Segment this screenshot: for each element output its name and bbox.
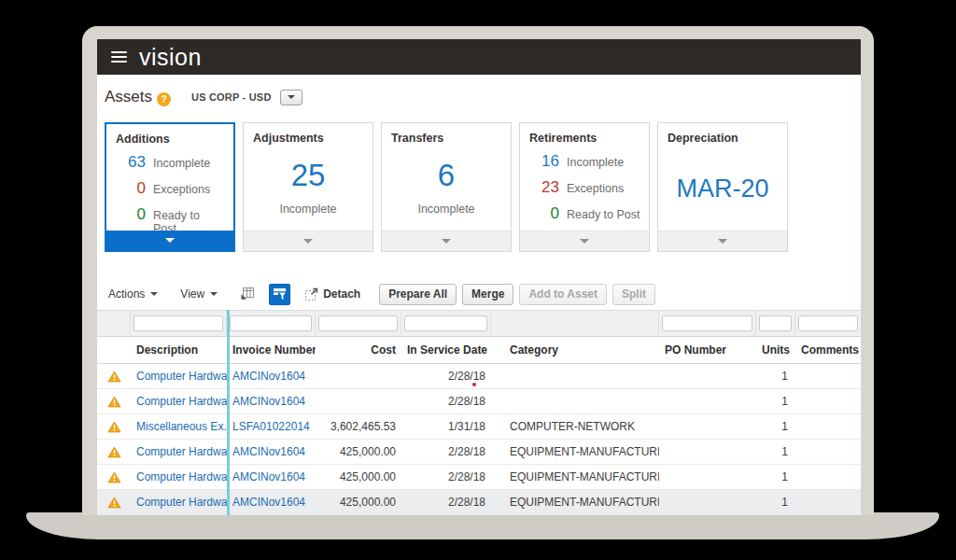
infotile-expander[interactable] <box>658 231 787 251</box>
warning-icon <box>107 396 121 408</box>
cell-po <box>659 389 756 413</box>
column-header-in_service[interactable]: In Service Date <box>401 343 491 357</box>
cell-invoice[interactable]: AMCINov1604 <box>227 490 316 514</box>
infotile-adjustments[interactable]: Adjustments25Incomplete <box>243 122 373 252</box>
cell-in_service: 2/28/18 <box>401 490 491 514</box>
table-row[interactable]: Computer HardwareAMCINov1604425,000.002/… <box>97 490 861 515</box>
stat-value: 0 <box>114 179 146 198</box>
table-row[interactable]: Computer HardwareAMCINov16042/28/181 <box>97 364 861 389</box>
detach-button[interactable]: Detach <box>304 287 360 301</box>
cell-category <box>491 364 659 388</box>
cell-invoice[interactable]: AMCINov1604 <box>227 465 316 489</box>
infotile-title: Depreciation <box>658 123 787 145</box>
cell-comments <box>795 389 861 413</box>
cell-description[interactable]: Miscellaneous Ex... <box>131 414 227 439</box>
filter-comments-input[interactable] <box>798 315 858 331</box>
menu-label: Actions <box>108 287 145 301</box>
column-header-description[interactable]: Description <box>131 343 227 357</box>
cell-invoice[interactable]: AMCINov1604 <box>227 364 316 388</box>
filter-invoice-input[interactable] <box>230 315 312 331</box>
hamburger-menu-icon[interactable] <box>111 49 127 65</box>
cell-invoice[interactable]: AMCINov1604 <box>227 440 316 464</box>
app-logo: vision <box>139 40 202 74</box>
cell-category: COMPUTER-NETWORK <box>491 414 659 439</box>
infotile-stat-row: 16Incomplete <box>520 152 649 171</box>
infotile-additions[interactable]: Additions63Incomplete0Exceptions0Ready t… <box>105 122 235 252</box>
table-row[interactable]: Computer HardwareAMCINov1604425,000.002/… <box>97 440 861 465</box>
table-row[interactable]: Miscellaneous Ex...LSFA010220143,602,465… <box>97 414 861 440</box>
cell-description[interactable]: Computer Hardware <box>131 389 227 413</box>
column-header-units[interactable]: Units <box>756 343 795 357</box>
filter-cost-input[interactable] <box>318 315 398 331</box>
filter-cell-description <box>131 311 227 336</box>
cell-in_service: 1/31/18 <box>401 414 491 439</box>
table-row[interactable]: Computer HardwareAMCINov1604425,000.002/… <box>97 465 861 490</box>
toolbar-menu-view[interactable]: View <box>180 287 218 301</box>
column-header-invoice[interactable]: Invoice Number <box>227 343 316 357</box>
infotile-depreciation[interactable]: DepreciationMAR-20 <box>657 122 788 252</box>
infotile-expander[interactable] <box>520 231 649 251</box>
cell-in_service: 2/28/18 <box>401 364 491 388</box>
column-header-category[interactable]: Category <box>491 343 659 357</box>
warning-icon <box>107 446 121 458</box>
cell-description[interactable]: Computer Hardware <box>131 465 227 489</box>
infotile-retirements[interactable]: Retirements16Incomplete23Exceptions0Read… <box>519 122 650 252</box>
filter-cell-cost <box>316 311 401 336</box>
cell-units: 1 <box>756 364 795 388</box>
filter-in_service-input[interactable] <box>404 315 487 331</box>
infotile-expander[interactable] <box>382 231 511 251</box>
cell-po <box>659 465 756 489</box>
cell-description[interactable]: Computer Hardware <box>131 440 227 464</box>
filter-description-input[interactable] <box>134 315 223 331</box>
freeze-columns-icon[interactable] <box>240 287 255 301</box>
cell-po <box>659 364 756 388</box>
cell-units: 1 <box>756 440 795 464</box>
cell-in_service: 2/28/18 <box>401 440 491 464</box>
stat-label: Incomplete <box>153 157 210 170</box>
detach-label: Detach <box>323 287 360 301</box>
column-header-po[interactable]: PO Number <box>659 343 756 357</box>
warning-icon <box>107 471 121 483</box>
page-title: Assets <box>105 88 152 106</box>
infotile-expander[interactable] <box>244 231 373 251</box>
cell-category: EQUIPMENT-MANUFACTURING <box>491 440 659 464</box>
filter-cell-invoice <box>227 311 316 336</box>
page-background: vision Assets ? US CORP - USD Additions6… <box>0 0 956 560</box>
filter-po-input[interactable] <box>662 315 752 331</box>
toolbar-menu-actions[interactable]: Actions <box>108 287 158 301</box>
cell-invoice[interactable]: AMCINov1604 <box>227 389 316 413</box>
help-icon[interactable]: ? <box>157 92 171 106</box>
chevron-down-icon <box>165 238 175 243</box>
filter-row <box>97 310 861 337</box>
infotile-expander[interactable] <box>106 231 233 250</box>
cell-units: 1 <box>756 490 795 514</box>
book-selector-label: US CORP - USD <box>191 91 272 103</box>
prepare-all-button[interactable]: Prepare All <box>379 284 457 305</box>
cell-description[interactable]: Computer Hardware <box>131 490 227 514</box>
cell-category: EQUIPMENT-MANUFACTURING <box>491 490 659 514</box>
book-dropdown-button[interactable] <box>280 90 302 105</box>
cell-invoice[interactable]: LSFA01022014 <box>227 414 316 439</box>
filter-units-input[interactable] <box>759 315 792 331</box>
menu-label: View <box>180 287 204 301</box>
stat-label: Incomplete <box>567 156 624 169</box>
merge-button[interactable]: Merge <box>462 284 513 305</box>
warning-icon <box>107 371 121 383</box>
cell-description[interactable]: Computer Hardware <box>131 364 227 388</box>
infotile-title: Adjustments <box>244 123 373 145</box>
column-header-cost[interactable]: Cost <box>316 343 401 357</box>
cell-units: 1 <box>756 465 795 489</box>
filter-cell-in_service <box>401 311 491 336</box>
query-by-example-icon[interactable] <box>269 284 290 305</box>
infotile-stat-row: 0Ready to Post <box>520 204 649 223</box>
filter-cell-units <box>756 311 795 336</box>
infotile-stat-row: 0Exceptions <box>106 179 233 198</box>
table-header-row: DescriptionInvoice NumberCostIn Service … <box>97 337 861 364</box>
stat-value: 0 <box>527 204 559 223</box>
stat-value: 63 <box>114 153 146 172</box>
infotile-value-label: Incomplete <box>382 203 511 216</box>
infotile-transfers[interactable]: Transfers6Incomplete <box>381 122 512 252</box>
column-header-comments[interactable]: Comments <box>795 343 861 357</box>
stat-label: Exceptions <box>153 183 210 196</box>
table-row[interactable]: Computer HardwareAMCINov16042/28/181 <box>97 389 861 414</box>
